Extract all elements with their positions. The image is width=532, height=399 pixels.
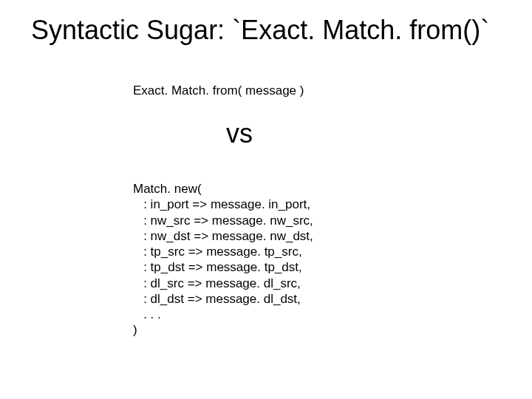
slide-title: Syntactic Sugar: `Exact. Match. from()` [31,15,489,46]
code-long-form: Match. new( : in_port => message. in_por… [133,181,313,338]
code-short-form: Exact. Match. from( message ) [133,83,304,98]
vs-label: vs [226,118,253,149]
slide: Syntactic Sugar: `Exact. Match. from()` … [0,0,532,399]
